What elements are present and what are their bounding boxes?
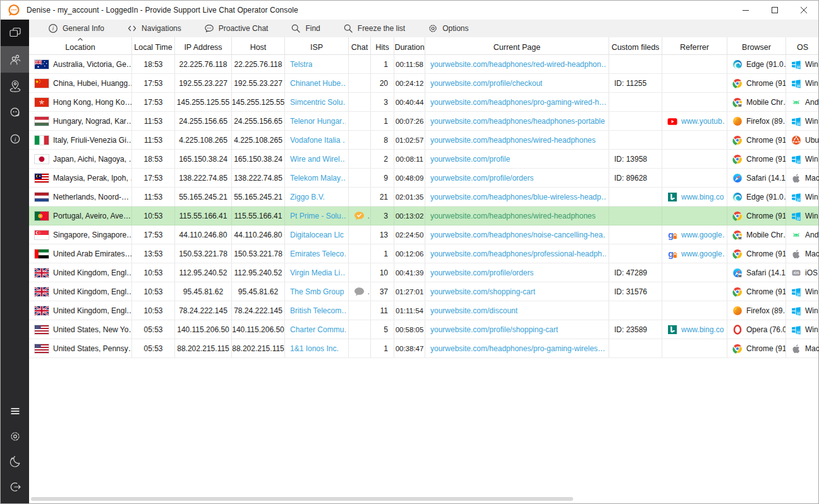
visitor-row-singapore-singapore[interactable]: Singapore, Singapore…17:5344.110.246.804… <box>29 225 818 244</box>
column-header-chat[interactable]: Chat <box>349 37 371 54</box>
toolbar-button-general-info[interactable]: iGeneral Info <box>48 23 104 33</box>
column-header-custom-fileds[interactable]: Custom fileds <box>609 37 662 54</box>
isp-link[interactable]: Charter Commu… <box>290 325 346 334</box>
current-page-link[interactable]: yourwebsite.com/profile/shopping-cart <box>430 325 558 334</box>
column-header-local-time[interactable]: Local Time <box>132 37 175 54</box>
referrer-link[interactable]: www.youtub… <box>681 117 724 126</box>
browser-text: Edge (91.0… <box>746 60 786 69</box>
flag-pt-icon <box>35 212 49 220</box>
isp-link[interactable]: The Smb Group <box>290 287 344 296</box>
sidebar-item-operators[interactable] <box>1 99 29 126</box>
isp-link[interactable]: Emirates Teleco… <box>290 249 346 258</box>
isp-link[interactable]: Telstra <box>290 60 312 69</box>
isp-link[interactable]: Virgin Media Li… <box>290 268 346 277</box>
sidebar-item-info[interactable]: i <box>1 126 29 152</box>
isp-link[interactable]: Telekom Malay… <box>290 174 346 183</box>
current-page-link[interactable]: yourwebsite.com/headphones/red-wired-hea… <box>430 60 606 69</box>
chat-active-icon <box>354 211 365 221</box>
visitor-row-australia-victoria-ge[interactable]: Australia, Victoria, Ge…18:5322.225.76.1… <box>29 55 818 74</box>
location-text: Hungary, Nograd, Kar… <box>53 117 132 126</box>
horizontal-scrollbar-thumb[interactable] <box>31 497 573 501</box>
current-page-link[interactable]: yourwebsite.com/headphones/professional-… <box>430 249 606 258</box>
current-page-link[interactable]: yourwebsite.com/headphones/pro-gaming-wi… <box>430 98 606 107</box>
column-header-hits[interactable]: Hits <box>371 37 394 54</box>
referrer-link[interactable]: www.bing.co… <box>681 193 724 201</box>
column-header-host[interactable]: Host <box>232 37 285 54</box>
current-page-link[interactable]: yourwebsite.com/headphones/wired-headpho… <box>430 212 596 220</box>
sidebar-item-logout[interactable] <box>1 474 29 500</box>
horizontal-scrollbar[interactable] <box>29 496 818 502</box>
column-header-browser[interactable]: Browser <box>727 37 786 54</box>
current-page-link[interactable]: yourwebsite.com/headphones/blue-wireless… <box>430 193 606 201</box>
current-page-link[interactable]: yourwebsite.com/discount <box>430 306 518 315</box>
visitor-row-japan-aichi-nagoya[interactable]: Japan, Aichi, Nagoya, …18:53165.150.38.2… <box>29 150 818 169</box>
referrer-link[interactable]: www.bing.co… <box>681 325 724 334</box>
chrome-icon <box>732 135 743 145</box>
toolbar-button-freeze-the-list[interactable]: Freeze the list <box>343 23 405 33</box>
current-page-link[interactable]: yourwebsite.com/profile <box>430 155 510 164</box>
sidebar-item-menu[interactable] <box>1 399 29 424</box>
isp-link[interactable]: Pt Prime - Solu… <box>290 212 346 220</box>
current-page-link[interactable]: yourwebsite.com/headphones/noise-cancell… <box>430 231 606 239</box>
column-header-current-page[interactable]: Current Page <box>425 37 609 54</box>
isp-link[interactable]: Ziggo B.V. <box>290 193 325 201</box>
cell-ip-address: 145.255.125.55 <box>175 93 232 111</box>
cell-duration: 00:58:05 <box>394 320 425 339</box>
column-header-ip-address[interactable]: IP Address <box>175 37 232 54</box>
isp-link[interactable]: British Telecom… <box>290 306 346 315</box>
column-header-isp[interactable]: ISP <box>285 37 349 54</box>
current-page-link[interactable]: yourwebsite.com/headphones/pro-gaming-wi… <box>430 344 605 353</box>
svg-text:M: M <box>738 273 741 277</box>
visitor-row-malaysia-perak-ipoh[interactable]: Malaysia, Perak, Ipoh, …17:53138.222.74.… <box>29 169 818 188</box>
current-page-link[interactable]: yourwebsite.com/headphones/headphones-po… <box>430 117 605 126</box>
cell-os: Mac <box>786 169 819 187</box>
current-page-link[interactable]: yourwebsite.com/profile/orders <box>430 268 533 277</box>
sidebar-item-geo-location[interactable] <box>1 73 29 99</box>
toolbar-button-options[interactable]: Options <box>428 23 468 33</box>
isp-link[interactable]: 1&1 Ionos Inc. <box>290 344 339 353</box>
toolbar-button-navigations[interactable]: Navigations <box>127 23 181 33</box>
visitor-row-portugal-aveiro-ave[interactable]: Portugal, Aveiro, Ave…10:53115.55.166.41… <box>29 207 818 225</box>
visitor-row-united-kingdom-engl[interactable]: United Kingdom, Engl…10:53112.95.240.521… <box>29 263 818 282</box>
isp-link[interactable]: Wire and Wirel… <box>290 155 346 164</box>
current-page-link[interactable]: yourwebsite.com/shopping-cart <box>430 287 535 296</box>
column-header-referrer[interactable]: Referrer <box>662 37 727 54</box>
visitor-row-hong-kong-hong-ko[interactable]: Hong Kong, Hong Ko…17:53145.255.125.5514… <box>29 93 818 112</box>
visitor-row-china-hubei-huangg[interactable]: China, Hubei, Huangg…17:53192.55.23.2271… <box>29 74 818 93</box>
visitor-row-united-kingdom-engl[interactable]: United Kingdom, Engl…10:5378.24.222.1457… <box>29 301 818 320</box>
visitor-row-united-states-new-yo[interactable]: United States, New Yo…05:53140.115.206.5… <box>29 320 818 339</box>
cell-location: United States, New Yo… <box>29 320 132 339</box>
isp-link[interactable]: Vodafone Italia … <box>290 136 346 145</box>
isp-link[interactable]: Simcentric Solu… <box>290 98 346 107</box>
visitor-row-italy-friuli-venezia-gi[interactable]: Italy, Friuli-Venezia Gi…11:534.225.108.… <box>29 131 818 150</box>
referrer-link[interactable]: www.google… <box>681 249 724 258</box>
maximize-button[interactable] <box>760 1 789 20</box>
toolbar-button-proactive-chat[interactable]: Proactive Chat <box>204 23 269 33</box>
isp-link[interactable]: Telenor Hungar… <box>290 117 346 126</box>
visitor-row-united-states-pennsy[interactable]: United States, Pennsy…05:5388.202.215.11… <box>29 339 818 358</box>
visitor-row-united-kingdom-engl[interactable]: United Kingdom, Engl…10:5395.45.81.6295.… <box>29 282 818 301</box>
visitor-row-united-arab-emirates[interactable]: United Arab Emirates…13:53150.53.221.781… <box>29 244 818 263</box>
toolbar-button-find[interactable]: Find <box>291 23 320 33</box>
os-text: Win <box>805 306 818 315</box>
isp-link[interactable]: Digitalocean Llc <box>290 231 344 239</box>
column-header-location[interactable]: Location <box>29 37 132 54</box>
referrer-link[interactable]: www.google… <box>681 231 724 239</box>
isp-link[interactable]: Chinanet Hube… <box>290 79 346 88</box>
minimize-button[interactable] <box>731 1 760 20</box>
sidebar-item-chats[interactable] <box>1 20 29 46</box>
column-header-duration[interactable]: Duration <box>394 37 425 54</box>
visitor-row-netherlands-noord[interactable]: Netherlands, Noord-…11:5355.165.245.2155… <box>29 188 818 207</box>
sidebar-item-visitors[interactable] <box>1 46 29 73</box>
visitor-row-hungary-nograd-kar[interactable]: Hungary, Nograd, Kar…11:5324.255.156.652… <box>29 112 818 131</box>
current-page-link[interactable]: yourwebsite.com/headphones/wired-headpho… <box>430 136 596 145</box>
sidebar-item-away-mode[interactable] <box>1 449 29 474</box>
current-page-link[interactable]: yourwebsite.com/profile/orders <box>430 174 533 183</box>
current-page-link[interactable]: yourwebsite.com/profile/checkout <box>430 79 542 88</box>
column-header-os[interactable]: OS <box>786 37 819 54</box>
duration-text: 00:58:05 <box>396 326 424 333</box>
close-button[interactable] <box>789 1 818 20</box>
sidebar-item-settings[interactable] <box>1 424 29 449</box>
cell-custom-fields: ID: 11255 <box>609 74 662 92</box>
cell-referrer <box>662 131 727 149</box>
